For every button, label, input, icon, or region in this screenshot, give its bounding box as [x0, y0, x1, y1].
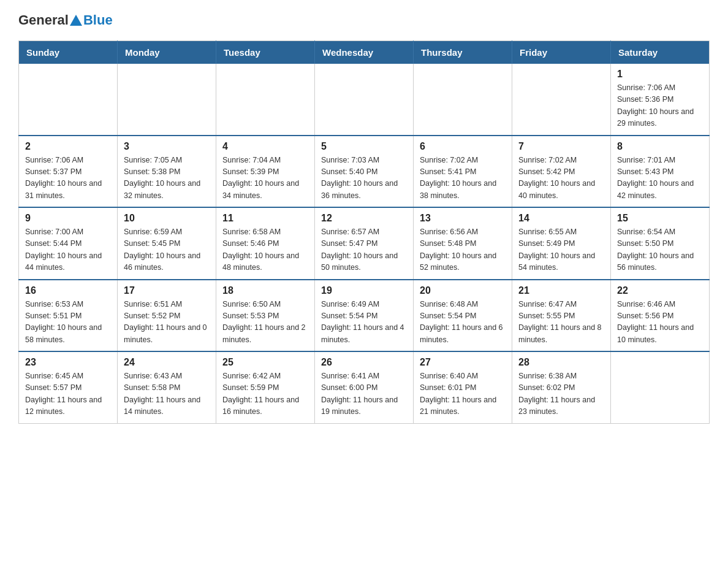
- calendar-cell: 19Sunrise: 6:49 AM Sunset: 5:54 PM Dayli…: [315, 280, 414, 352]
- calendar-cell: 26Sunrise: 6:41 AM Sunset: 6:00 PM Dayli…: [315, 351, 414, 423]
- day-of-week-tuesday: Tuesday: [216, 41, 315, 64]
- calendar-cell: 15Sunrise: 6:54 AM Sunset: 5:50 PM Dayli…: [611, 207, 710, 280]
- day-info: Sunrise: 6:48 AM Sunset: 5:54 PM Dayligh…: [420, 299, 506, 347]
- calendar-cell: 18Sunrise: 6:50 AM Sunset: 5:53 PM Dayli…: [216, 280, 315, 352]
- day-info: Sunrise: 7:04 AM Sunset: 5:39 PM Dayligh…: [222, 155, 308, 202]
- calendar-cell: 11Sunrise: 6:58 AM Sunset: 5:46 PM Dayli…: [216, 207, 315, 280]
- day-number: 25: [222, 357, 308, 368]
- week-row-2: 2Sunrise: 7:06 AM Sunset: 5:37 PM Daylig…: [19, 136, 710, 208]
- calendar-cell: [414, 64, 512, 136]
- day-number: 9: [25, 213, 111, 224]
- calendar-cell: 21Sunrise: 6:47 AM Sunset: 5:55 PM Dayli…: [512, 280, 611, 352]
- days-of-week-row: SundayMondayTuesdayWednesdayThursdayFrid…: [19, 41, 710, 64]
- day-number: 26: [321, 357, 407, 368]
- day-number: 2: [25, 141, 111, 152]
- day-number: 27: [420, 357, 506, 368]
- day-info: Sunrise: 6:56 AM Sunset: 5:48 PM Dayligh…: [420, 226, 506, 274]
- day-number: 11: [222, 213, 308, 224]
- day-number: 24: [124, 357, 210, 368]
- day-number: 22: [617, 285, 703, 296]
- calendar-table: SundayMondayTuesdayWednesdayThursdayFrid…: [18, 40, 710, 424]
- calendar-cell: 13Sunrise: 6:56 AM Sunset: 5:48 PM Dayli…: [414, 207, 512, 280]
- day-number: 1: [617, 69, 703, 80]
- day-of-week-wednesday: Wednesday: [315, 41, 414, 64]
- day-of-week-monday: Monday: [118, 41, 216, 64]
- day-of-week-saturday: Saturday: [611, 41, 710, 64]
- day-number: 12: [321, 213, 407, 224]
- day-info: Sunrise: 6:40 AM Sunset: 6:01 PM Dayligh…: [420, 370, 506, 418]
- day-number: 23: [25, 357, 111, 368]
- calendar-cell: 9Sunrise: 7:00 AM Sunset: 5:44 PM Daylig…: [19, 207, 118, 280]
- day-info: Sunrise: 6:54 AM Sunset: 5:50 PM Dayligh…: [617, 226, 703, 274]
- day-info: Sunrise: 6:55 AM Sunset: 5:49 PM Dayligh…: [518, 226, 604, 274]
- day-number: 5: [321, 141, 407, 152]
- day-info: Sunrise: 6:57 AM Sunset: 5:47 PM Dayligh…: [321, 226, 407, 274]
- day-number: 10: [124, 213, 210, 224]
- day-info: Sunrise: 6:46 AM Sunset: 5:56 PM Dayligh…: [617, 299, 703, 347]
- day-info: Sunrise: 6:47 AM Sunset: 5:55 PM Dayligh…: [518, 299, 604, 347]
- page-header: General Blue: [18, 12, 710, 28]
- day-info: Sunrise: 6:49 AM Sunset: 5:54 PM Dayligh…: [321, 299, 407, 347]
- calendar-cell: 5Sunrise: 7:03 AM Sunset: 5:40 PM Daylig…: [315, 136, 414, 208]
- calendar-cell: 25Sunrise: 6:42 AM Sunset: 5:59 PM Dayli…: [216, 351, 315, 423]
- calendar-cell: 4Sunrise: 7:04 AM Sunset: 5:39 PM Daylig…: [216, 136, 315, 208]
- logo-triangle-icon: [70, 15, 82, 26]
- day-number: 3: [124, 141, 210, 152]
- calendar-cell: [19, 64, 118, 136]
- day-info: Sunrise: 6:42 AM Sunset: 5:59 PM Dayligh…: [222, 370, 308, 418]
- calendar-cell: [216, 64, 315, 136]
- day-info: Sunrise: 6:58 AM Sunset: 5:46 PM Dayligh…: [222, 226, 308, 274]
- day-number: 28: [518, 357, 604, 368]
- week-row-3: 9Sunrise: 7:00 AM Sunset: 5:44 PM Daylig…: [19, 207, 710, 280]
- calendar-cell: 8Sunrise: 7:01 AM Sunset: 5:43 PM Daylig…: [611, 136, 710, 208]
- day-number: 21: [518, 285, 604, 296]
- day-info: Sunrise: 6:38 AM Sunset: 6:02 PM Dayligh…: [518, 370, 604, 418]
- day-info: Sunrise: 7:03 AM Sunset: 5:40 PM Dayligh…: [321, 155, 407, 202]
- day-info: Sunrise: 6:51 AM Sunset: 5:52 PM Dayligh…: [124, 299, 210, 347]
- calendar-cell: [118, 64, 216, 136]
- day-number: 14: [518, 213, 604, 224]
- day-info: Sunrise: 7:05 AM Sunset: 5:38 PM Dayligh…: [124, 155, 210, 202]
- day-number: 4: [222, 141, 308, 152]
- day-number: 6: [420, 141, 506, 152]
- calendar-cell: 20Sunrise: 6:48 AM Sunset: 5:54 PM Dayli…: [414, 280, 512, 352]
- day-number: 17: [124, 285, 210, 296]
- calendar-cell: 7Sunrise: 7:02 AM Sunset: 5:42 PM Daylig…: [512, 136, 611, 208]
- day-number: 19: [321, 285, 407, 296]
- calendar-cell: 22Sunrise: 6:46 AM Sunset: 5:56 PM Dayli…: [611, 280, 710, 352]
- day-info: Sunrise: 6:43 AM Sunset: 5:58 PM Dayligh…: [124, 370, 210, 418]
- calendar-cell: 24Sunrise: 6:43 AM Sunset: 5:58 PM Dayli…: [118, 351, 216, 423]
- calendar-cell: 12Sunrise: 6:57 AM Sunset: 5:47 PM Dayli…: [315, 207, 414, 280]
- day-info: Sunrise: 7:00 AM Sunset: 5:44 PM Dayligh…: [25, 226, 111, 274]
- day-info: Sunrise: 7:06 AM Sunset: 5:37 PM Dayligh…: [25, 155, 111, 202]
- week-row-5: 23Sunrise: 6:45 AM Sunset: 5:57 PM Dayli…: [19, 351, 710, 423]
- day-info: Sunrise: 6:59 AM Sunset: 5:45 PM Dayligh…: [124, 226, 210, 274]
- week-row-4: 16Sunrise: 6:53 AM Sunset: 5:51 PM Dayli…: [19, 280, 710, 352]
- calendar-cell: [512, 64, 611, 136]
- day-number: 20: [420, 285, 506, 296]
- calendar-cell: 6Sunrise: 7:02 AM Sunset: 5:41 PM Daylig…: [414, 136, 512, 208]
- calendar-cell: 23Sunrise: 6:45 AM Sunset: 5:57 PM Dayli…: [19, 351, 118, 423]
- calendar-cell: 17Sunrise: 6:51 AM Sunset: 5:52 PM Dayli…: [118, 280, 216, 352]
- day-info: Sunrise: 6:53 AM Sunset: 5:51 PM Dayligh…: [25, 299, 111, 347]
- calendar-cell: 28Sunrise: 6:38 AM Sunset: 6:02 PM Dayli…: [512, 351, 611, 423]
- day-number: 7: [518, 141, 604, 152]
- logo: General Blue: [18, 12, 113, 28]
- calendar-cell: 16Sunrise: 6:53 AM Sunset: 5:51 PM Dayli…: [19, 280, 118, 352]
- day-number: 13: [420, 213, 506, 224]
- calendar-cell: [611, 351, 710, 423]
- logo-blue-text: Blue: [83, 12, 113, 28]
- day-number: 16: [25, 285, 111, 296]
- day-info: Sunrise: 6:41 AM Sunset: 6:00 PM Dayligh…: [321, 370, 407, 418]
- calendar-cell: [315, 64, 414, 136]
- calendar-cell: 27Sunrise: 6:40 AM Sunset: 6:01 PM Dayli…: [414, 351, 512, 423]
- day-number: 8: [617, 141, 703, 152]
- day-info: Sunrise: 7:02 AM Sunset: 5:41 PM Dayligh…: [420, 155, 506, 202]
- calendar-cell: 1Sunrise: 7:06 AM Sunset: 5:36 PM Daylig…: [611, 64, 710, 136]
- day-of-week-friday: Friday: [512, 41, 611, 64]
- day-info: Sunrise: 6:50 AM Sunset: 5:53 PM Dayligh…: [222, 299, 308, 347]
- calendar-header: SundayMondayTuesdayWednesdayThursdayFrid…: [19, 41, 710, 64]
- day-of-week-sunday: Sunday: [19, 41, 118, 64]
- day-info: Sunrise: 6:45 AM Sunset: 5:57 PM Dayligh…: [25, 370, 111, 418]
- day-info: Sunrise: 7:06 AM Sunset: 5:36 PM Dayligh…: [617, 82, 703, 130]
